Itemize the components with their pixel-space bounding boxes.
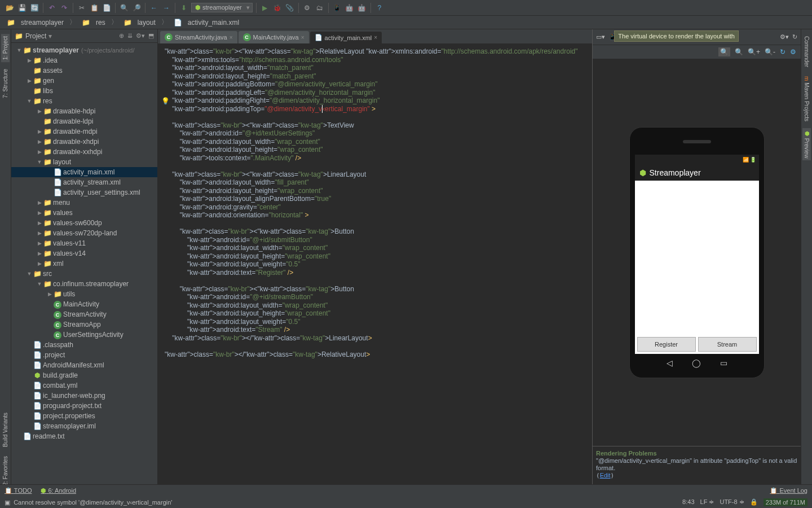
project-structure-icon[interactable]: 🗂: [315, 3, 325, 13]
breadcrumb-item[interactable]: layout: [135, 17, 158, 28]
main-toolbar: 📂 💾 🔄 ↶ ↷ ✂ 📋 📄 🔍 🔎 ← → ⬇ ⬢ streamoplaye…: [0, 0, 812, 16]
tab-file[interactable]: CStreamActivity.java×: [160, 31, 237, 43]
tab-favorites[interactable]: 2: Favorites: [1, 454, 10, 488]
options-icon[interactable]: ⚙▾: [780, 33, 789, 41]
breadcrumb: 📁streamoplayer 〉 📁res 〉 📁layout 〉 📄activ…: [0, 16, 812, 29]
breadcrumb-item[interactable]: res: [94, 17, 108, 28]
cut-icon[interactable]: ✂: [77, 3, 87, 13]
monitor-icon[interactable]: 🤖: [357, 3, 367, 13]
open-icon[interactable]: 📂: [5, 3, 15, 13]
right-tool-buttons: Commander m Maven Projects ⬢ Preview: [801, 29, 812, 497]
replace-icon[interactable]: 🔎: [131, 3, 142, 13]
attach-icon[interactable]: 📎: [285, 3, 295, 13]
stream-button[interactable]: Stream: [698, 337, 757, 352]
back-icon[interactable]: ←: [149, 3, 159, 13]
intention-bulb-icon[interactable]: 💡: [161, 97, 170, 106]
settings-preview-icon[interactable]: ⚙: [790, 48, 796, 56]
run-config-dropdown[interactable]: ⬢ streamoplayer: [191, 3, 253, 12]
gear-icon[interactable]: ⚙▾: [136, 32, 145, 40]
editor-area: CStreamActivity.java× CMainActivity.java…: [158, 29, 592, 497]
redo-icon[interactable]: ↷: [59, 3, 69, 13]
close-icon[interactable]: ×: [230, 34, 233, 41]
action-bar: ⬢Streamoplayer: [635, 165, 759, 181]
tooltip: The virtual device to render the layout …: [614, 30, 739, 42]
status-bar: 📶 🔋: [635, 155, 759, 165]
device-preview: 📶 🔋 ⬢Streamoplayer Register Stream ◁◯▭: [629, 127, 765, 378]
code-editor[interactable]: 💡 "kw-attr">class="kw-br"><"kw-attr">cla…: [158, 44, 592, 484]
tab-file[interactable]: CMainActivity.java×: [239, 31, 309, 43]
close-icon[interactable]: ×: [374, 34, 377, 41]
preview-panel: The virtual device to render the layout …: [592, 29, 801, 497]
edit-link[interactable]: Edit: [600, 472, 611, 479]
hide-icon[interactable]: ⬒: [148, 32, 154, 40]
error-title: Rendering Problems: [596, 450, 657, 457]
project-view-title[interactable]: Project: [25, 32, 46, 40]
refresh-icon[interactable]: ↻: [792, 33, 797, 41]
window-icon[interactable]: ▣: [5, 499, 10, 506]
sync-icon[interactable]: 🔄: [29, 3, 39, 13]
todo-tab[interactable]: 📋 TODO: [5, 487, 32, 494]
config-icon[interactable]: ▭▾: [596, 33, 605, 41]
project-panel: 📁Project ▾ ⊕ ⇊ ⚙▾ ⬒ ▼📁streamoplayer(~/pr…: [11, 29, 158, 497]
autoscroll-icon[interactable]: ⊕: [119, 32, 124, 40]
tab-structure[interactable]: 7: Structure: [1, 67, 10, 100]
zoom-in-icon[interactable]: 🔍+: [748, 48, 760, 56]
register-button[interactable]: Register: [637, 337, 696, 352]
help-icon[interactable]: ?: [374, 3, 385, 13]
debug-icon[interactable]: 🐞: [272, 3, 283, 13]
status-message: Cannot resolve symbol '@dimen/activity_v…: [14, 499, 172, 506]
project-tree[interactable]: ▼📁streamoplayer(~/projects/android/ ▶📁.i…: [11, 43, 157, 497]
tab-maven[interactable]: m Maven Projects: [802, 74, 811, 124]
nav-bar: ◁◯▭: [630, 358, 764, 372]
find-icon[interactable]: 🔍: [119, 3, 129, 13]
save-icon[interactable]: 💾: [17, 3, 27, 13]
tab-build-variants[interactable]: Build Variants: [1, 410, 10, 449]
copy-icon[interactable]: 📋: [89, 3, 99, 13]
zoom-fit-icon[interactable]: 🔍: [718, 47, 730, 56]
tab-commander[interactable]: Commander: [802, 34, 811, 69]
build-icon[interactable]: ⬇: [179, 3, 189, 13]
undo-icon[interactable]: ↶: [47, 3, 57, 13]
left-tool-buttons: 1: Project 7: Structure Build Variants 2…: [0, 29, 11, 497]
tab-project[interactable]: 1: Project: [1, 34, 10, 62]
line-separator[interactable]: LF ≑: [700, 498, 714, 506]
refresh-preview-icon[interactable]: ↻: [780, 48, 785, 56]
editor-tabs: CStreamActivity.java× CMainActivity.java…: [158, 29, 592, 44]
breadcrumb-item[interactable]: streamoplayer: [19, 17, 66, 28]
event-log-tab[interactable]: 📋 Event Log: [770, 487, 807, 494]
git-icon[interactable]: 🔒: [750, 498, 758, 506]
tab-preview[interactable]: ⬢ Preview: [802, 128, 811, 160]
cursor-position: 8:43: [682, 498, 694, 506]
memory-indicator[interactable]: 233M of 711M: [764, 498, 807, 506]
sdk-icon[interactable]: 📱: [332, 3, 342, 13]
close-icon[interactable]: ×: [301, 34, 304, 41]
encoding[interactable]: UTF-8 ≑: [720, 498, 744, 506]
forward-icon[interactable]: →: [161, 3, 171, 13]
error-message: "@dimen/activity_v‹ertical_margin" in at…: [596, 457, 797, 471]
tree-layout-file[interactable]: 📄activity_main.xml: [11, 167, 157, 177]
zoom-out-icon[interactable]: 🔍-: [765, 48, 775, 56]
run-icon[interactable]: ▶: [260, 3, 270, 13]
tool-window-bar: 📋 TODO ⬢ 6: Android 📋 Event Log: [0, 484, 812, 497]
android-tab[interactable]: ⬢ 6: Android: [41, 487, 76, 494]
breadcrumb-item[interactable]: activity_main.xml: [186, 17, 241, 28]
tab-file[interactable]: 📄activity_main.xml×: [310, 32, 382, 43]
status-bar: ▣ Cannot resolve symbol '@dimen/activity…: [0, 497, 812, 508]
avd-icon[interactable]: 🤖: [345, 3, 355, 13]
settings-icon[interactable]: ⚙: [302, 3, 312, 13]
collapse-icon[interactable]: ⇊: [127, 32, 133, 40]
zoom-actual-icon[interactable]: 🔍: [735, 48, 743, 56]
paste-icon[interactable]: 📄: [102, 3, 112, 13]
